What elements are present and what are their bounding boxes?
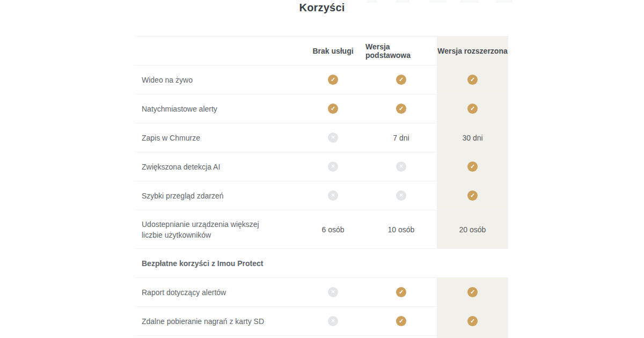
- table-cell: ✓: [301, 94, 365, 123]
- feature-column-header: [134, 36, 301, 65]
- table-cell: ✓: [365, 278, 437, 306]
- cross-icon: ✕: [328, 161, 338, 172]
- table-row: Raport dotyczący alertów ✕ ✓ ✓: [134, 277, 508, 306]
- check-icon: ✓: [396, 287, 406, 297]
- check-icon: ✓: [396, 104, 406, 114]
- table-cell: ✓: [437, 181, 508, 210]
- column-header-brak-uslugi: Brak usługi: [301, 36, 365, 65]
- cross-icon: ✕: [328, 133, 338, 143]
- table-cell: ✓: [437, 65, 508, 94]
- table-cell: ✕: [301, 307, 365, 335]
- check-icon: ✓: [467, 161, 478, 172]
- feature-label: Szybki przegląd zdarzeń: [134, 181, 301, 210]
- table-cell: ✓: [365, 307, 437, 335]
- cross-icon: ✕: [328, 287, 338, 297]
- table-cell: 20 osób: [437, 210, 508, 248]
- table-bottom-filler: [134, 335, 508, 338]
- table-cell: ✕: [301, 123, 365, 152]
- feature-label: Raport dotyczący alertów: [134, 278, 301, 306]
- table-cell: ✓: [437, 278, 508, 306]
- top-edge-artifact: [460, 0, 479, 3]
- check-icon: ✓: [396, 75, 406, 85]
- table-cell: ✓: [365, 94, 437, 123]
- page-title: Korzyści: [0, 0, 644, 14]
- section-title: Bezpłatne korzyści z Imou Protect: [134, 249, 508, 277]
- check-icon: ✓: [467, 190, 478, 201]
- top-edge-artifact: [396, 0, 409, 3]
- top-edge-artifact: [367, 0, 377, 3]
- table-row: Wideo na żywo ✓ ✓ ✓: [134, 65, 508, 94]
- table-cell: ✕: [301, 152, 365, 181]
- feature-label: Zapis w Chmurze: [134, 123, 301, 152]
- table-cell: ✕: [365, 152, 437, 181]
- cross-icon: ✕: [396, 190, 406, 201]
- cross-icon: ✕: [396, 161, 406, 172]
- check-icon: ✓: [467, 316, 478, 326]
- comparison-table: Brak usługi Wersja podstawowa Wersja roz…: [134, 36, 508, 338]
- table-cell: ✕: [301, 278, 365, 306]
- top-edge-artifact: [429, 0, 447, 3]
- check-icon: ✓: [467, 104, 478, 114]
- column-header-wersja-rozszerzona: Wersja rozszerzona: [437, 36, 508, 65]
- table-cell: ✓: [437, 307, 508, 335]
- feature-label: Zdalne pobieranie nagrań z karty SD: [134, 307, 301, 335]
- feature-label: Natychmiastowe alerty: [134, 94, 301, 123]
- table-cell: ✓: [437, 152, 508, 181]
- table-cell: ✕: [301, 181, 365, 210]
- page: Korzyści Brak usługi Wersja podstawowa W…: [0, 0, 644, 338]
- feature-label: Zwiększona detekcja AI: [134, 152, 301, 181]
- table-row: Udostepnianie urządzenia większej liczbi…: [134, 210, 508, 248]
- table-cell: 10 osób: [365, 210, 437, 248]
- check-icon: ✓: [396, 316, 406, 326]
- table-cell: ✕: [365, 181, 437, 210]
- table-cell: 7 dni: [365, 123, 437, 152]
- table-cell: ✓: [365, 65, 437, 94]
- table-body: Wideo na żywo ✓ ✓ ✓ Natychmiastowe alert…: [134, 65, 508, 335]
- check-icon: ✓: [328, 104, 338, 114]
- section-header-row: Bezpłatne korzyści z Imou Protect: [134, 248, 508, 277]
- check-icon: ✓: [467, 75, 478, 85]
- top-edge-artifact: [495, 0, 513, 3]
- table-cell: 30 dni: [437, 123, 508, 152]
- check-icon: ✓: [467, 287, 478, 297]
- table-header-row: Brak usługi Wersja podstawowa Wersja roz…: [134, 36, 508, 65]
- check-icon: ✓: [328, 75, 338, 85]
- table-row: Zdalne pobieranie nagrań z karty SD ✕ ✓ …: [134, 306, 508, 335]
- column-header-wersja-podstawowa: Wersja podstawowa: [365, 36, 437, 65]
- table-cell: ✓: [437, 94, 508, 123]
- table-row: Zapis w Chmurze ✕ 7 dni 30 dni: [134, 123, 508, 152]
- feature-label: Udostepnianie urządzenia większej liczbi…: [134, 210, 301, 248]
- cross-icon: ✕: [328, 316, 338, 326]
- table-row: Zwiększona detekcja AI ✕ ✕ ✓: [134, 152, 508, 181]
- table-cell: 6 osób: [301, 210, 365, 248]
- table-row: Natychmiastowe alerty ✓ ✓ ✓: [134, 94, 508, 123]
- feature-label: Wideo na żywo: [134, 65, 301, 94]
- table-row: Szybki przegląd zdarzeń ✕ ✕ ✓: [134, 181, 508, 210]
- table-cell: ✓: [301, 65, 365, 94]
- cross-icon: ✕: [328, 190, 338, 201]
